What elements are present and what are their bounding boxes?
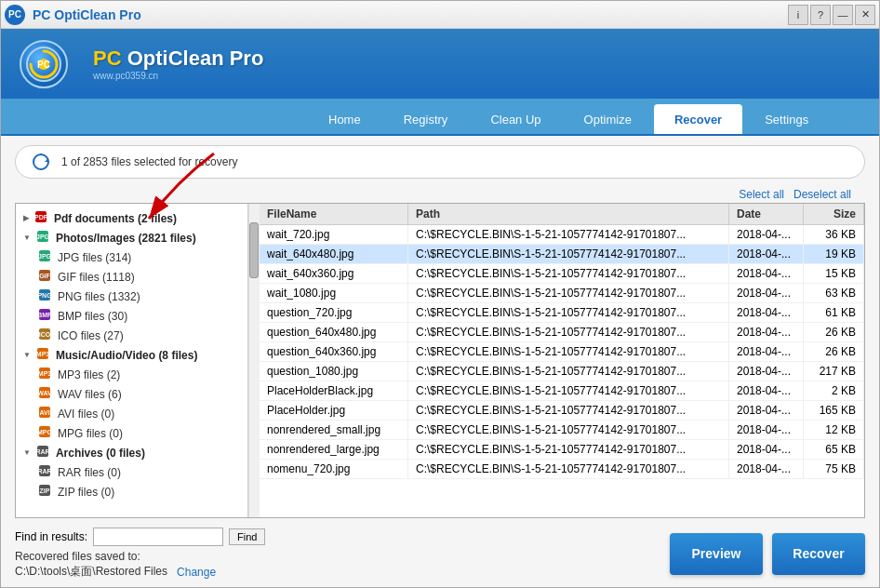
icon-rar-rar: RAR [38,464,51,480]
help-button[interactable]: ? [810,5,831,25]
icon-mpg-mpg: MPG [38,425,51,441]
preview-button[interactable]: Preview [670,533,763,575]
tree-item-mp3[interactable]: MP3MP3 files (2) [16,365,247,384]
file-date-cell: 2018-04-... [729,225,804,244]
tree-item-png[interactable]: PNGPNG files (1332) [16,287,247,306]
tree-label-mpg: MPG files (0) [58,427,123,440]
svg-text:BMP: BMP [38,312,51,318]
file-row[interactable]: wait_1080.jpgC:\$RECYCLE.BIN\S-1-5-21-10… [260,284,864,303]
svg-text:PNG: PNG [38,292,51,299]
change-link[interactable]: Change [177,566,216,579]
file-row[interactable]: nonrendered_small.jpgC:\$RECYCLE.BIN\S-1… [260,421,864,440]
tree-item-music[interactable]: ▼MP3Music/Audio/Video (8 files) [16,345,247,365]
file-row[interactable]: question_1080.jpgC:\$RECYCLE.BIN\S-1-5-2… [260,362,864,381]
file-name-cell: wait_640x480.jpg [260,245,408,263]
window-title: PC OptiClean Pro [33,7,141,22]
tree-item-pdf[interactable]: ▶PDFPdf documents (2 files) [16,208,247,228]
tree-item-zip[interactable]: ZIPZIP files (0) [16,482,247,501]
title-bar: PC PC OptiClean Pro i ? — ✕ [1,1,879,29]
file-row[interactable]: nomenu_720.jpgC:\$RECYCLE.BIN\S-1-5-21-1… [260,460,864,479]
tree-item-bmp[interactable]: BMPBMP files (30) [16,306,247,326]
tree-label-avi: AVI files (0) [58,408,114,421]
tree-label-photos: Photos/Images (2821 files) [56,232,196,245]
file-date-cell: 2018-04-... [729,460,804,478]
tab-cleanup[interactable]: Clean Up [470,104,561,134]
icon-avi-avi: AVI [38,406,51,421]
file-path-cell: C:\$RECYCLE.BIN\S-1-5-21-1057774142-9170… [408,284,729,302]
col-header-size: Size [804,204,864,224]
file-list-body: wait_720.jpgC:\$RECYCLE.BIN\S-1-5-21-105… [260,225,864,517]
svg-text:MP3: MP3 [38,370,51,377]
minimize-button[interactable]: — [833,5,853,25]
icon-jpg-photos: JPG [36,230,49,246]
info-button[interactable]: i [788,5,808,25]
svg-marker-3 [45,158,48,162]
file-row[interactable]: question_640x480.jpgC:\$RECYCLE.BIN\S-1-… [260,323,864,342]
file-row[interactable]: wait_640x480.jpgC:\$RECYCLE.BIN\S-1-5-21… [260,245,864,264]
app-title: PC OptiClean Pro [93,47,263,71]
tree-item-wav[interactable]: WAVWAV files (6) [16,384,247,404]
tree-item-rar[interactable]: RARRAR files (0) [16,462,247,482]
svg-text:PDF: PDF [34,214,47,220]
file-path-cell: C:\$RECYCLE.BIN\S-1-5-21-1057774142-9170… [408,362,729,381]
save-path-label: Recovered files saved to: [15,550,265,563]
file-date-cell: 2018-04-... [729,421,804,439]
file-list-panel: FileName Path Date Size wait_720.jpgC:\$… [260,204,864,517]
file-name-cell: question_720.jpg [260,303,408,322]
file-row[interactable]: PlaceHolder.jpgC:\$RECYCLE.BIN\S-1-5-21-… [260,401,864,421]
app-icon: PC [5,5,25,25]
tree-item-avi[interactable]: AVIAVI files (0) [16,404,247,423]
tree-scrollbar-thumb[interactable] [249,222,259,278]
file-name-cell: nomenu_720.jpg [260,460,408,478]
file-date-cell: 2018-04-... [729,303,804,322]
close-button[interactable]: ✕ [855,5,875,25]
tree-item-photos[interactable]: ▼JPGPhotos/Images (2821 files) [16,228,247,247]
file-path-cell: C:\$RECYCLE.BIN\S-1-5-21-1057774142-9170… [408,381,729,400]
file-path-cell: C:\$RECYCLE.BIN\S-1-5-21-1057774142-9170… [408,225,729,244]
tree-item-mpg[interactable]: MPGMPG files (0) [16,423,247,443]
icon-bmp-bmp: BMP [38,308,51,324]
file-path-cell: C:\$RECYCLE.BIN\S-1-5-21-1057774142-9170… [408,460,729,478]
icon-wav-wav: WAV [38,386,51,402]
tab-registry[interactable]: Registry [383,104,469,134]
tree-item-gif[interactable]: GIFGIF files (1118) [16,267,247,287]
tab-optimize[interactable]: Optimize [564,104,652,134]
file-row[interactable]: wait_720.jpgC:\$RECYCLE.BIN\S-1-5-21-105… [260,225,864,245]
recover-button[interactable]: Recover [772,533,865,575]
tab-home[interactable]: Home [308,104,381,134]
file-path-cell: C:\$RECYCLE.BIN\S-1-5-21-1057774142-9170… [408,342,729,361]
tree-item-jpg[interactable]: JPGJPG files (314) [16,247,247,267]
file-row[interactable]: question_720.jpgC:\$RECYCLE.BIN\S-1-5-21… [260,303,864,323]
icon-gif-gif: GIF [38,269,51,285]
tree-panel: ▶PDFPdf documents (2 files)▼JPGPhotos/Im… [16,204,248,517]
svg-text:ZIP: ZIP [40,488,50,494]
file-row[interactable]: wait_640x360.jpgC:\$RECYCLE.BIN\S-1-5-21… [260,264,864,284]
file-row[interactable]: PlaceHolderBlack.jpgC:\$RECYCLE.BIN\S-1-… [260,381,864,401]
find-input[interactable] [93,528,223,546]
file-path-cell: C:\$RECYCLE.BIN\S-1-5-21-1057774142-9170… [408,421,729,439]
file-size-cell: 217 KB [804,362,864,381]
expand-icon-music: ▼ [23,351,31,359]
app-logo: PC [20,40,68,88]
file-row[interactable]: nonrendered_large.jpgC:\$RECYCLE.BIN\S-1… [260,440,864,460]
tree-label-bmp: BMP files (30) [58,310,127,323]
file-path-cell: C:\$RECYCLE.BIN\S-1-5-21-1057774142-9170… [408,303,729,322]
svg-text:ICO: ICO [39,331,51,338]
tree-item-archives[interactable]: ▼RARArchives (0 files) [16,443,247,462]
select-all-link[interactable]: Select all [739,188,784,201]
status-bar: 1 of 2853 files selected for recovery [15,145,865,179]
file-row[interactable]: question_640x360.jpgC:\$RECYCLE.BIN\S-1-… [260,342,864,362]
expand-icon-photos: ▼ [23,234,31,242]
file-name-cell: wait_1080.jpg [260,284,408,302]
file-list-header: FileName Path Date Size [260,204,864,225]
find-button[interactable]: Find [229,528,265,545]
tab-settings[interactable]: Settings [744,104,829,134]
col-header-date: Date [729,204,804,224]
svg-text:PC: PC [37,60,50,70]
icon-rar-archives: RAR [36,445,49,461]
tree-scrollbar-track[interactable] [248,204,260,517]
deselect-all-link[interactable]: Deselect all [793,188,851,201]
tree-item-ico[interactable]: ICOICO files (27) [16,326,247,345]
file-size-cell: 65 KB [804,440,864,459]
tab-recover[interactable]: Recover [654,104,742,134]
